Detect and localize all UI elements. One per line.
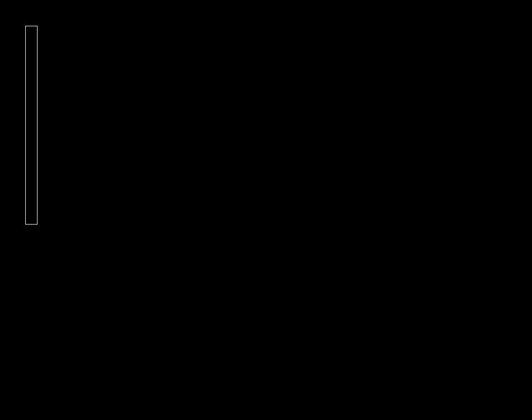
satellite-image-viewer — [0, 0, 532, 420]
colorbar — [25, 26, 38, 225]
map-canvas — [0, 0, 532, 420]
